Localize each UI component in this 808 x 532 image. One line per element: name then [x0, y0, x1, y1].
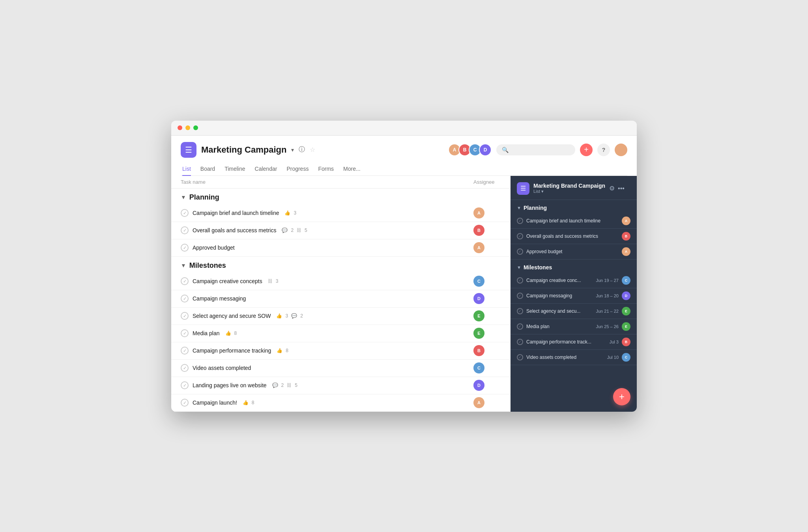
- task-avatar[interactable]: D: [473, 380, 484, 391]
- task-meta: ⛓ 3: [268, 278, 279, 284]
- maximize-button[interactable]: [193, 125, 198, 130]
- task-name: Approved budget: [193, 245, 235, 251]
- task-checkbox[interactable]: ✓: [181, 399, 189, 407]
- task-name-cell: ✓ Campaign creative concepts ⛓ 3: [181, 274, 473, 288]
- task-avatar[interactable]: C: [473, 276, 484, 287]
- panel-task-row[interactable]: ✓ Campaign messaging Jun 18 – 20 D: [511, 288, 637, 304]
- side-panel-filter-button[interactable]: ⚙: [609, 185, 615, 192]
- tab-board[interactable]: Board: [200, 162, 215, 176]
- like-icon: 👍: [276, 313, 282, 319]
- panel-task-left: ✓ Approved budget: [517, 248, 562, 255]
- search-bar[interactable]: 🔍: [496, 144, 575, 155]
- side-panel-controls: ⚙ •••: [609, 185, 625, 192]
- panel-task-name: Campaign performance track...: [526, 339, 591, 345]
- section-name-milestones: Milestones: [189, 261, 226, 270]
- task-name: Media plan: [193, 330, 220, 336]
- info-icon[interactable]: ⓘ: [299, 146, 305, 154]
- task-checkbox[interactable]: ✓: [181, 347, 189, 355]
- task-checkbox[interactable]: ✓: [181, 381, 189, 389]
- add-button[interactable]: +: [580, 144, 593, 156]
- panel-check: ✓: [517, 308, 523, 314]
- panel-date: Jun 25 – 26: [596, 324, 619, 329]
- subtask-count: 5: [295, 383, 297, 388]
- panel-task-row[interactable]: ✓ Campaign performance track... Jul 3 B: [511, 334, 637, 350]
- panel-task-name: Campaign messaging: [526, 293, 572, 299]
- task-name-cell: ✓ Approved budget: [181, 241, 473, 255]
- star-icon[interactable]: ☆: [310, 146, 315, 153]
- comment-count: 2: [291, 228, 294, 233]
- tab-progress[interactable]: Progress: [286, 162, 309, 176]
- panel-task-row[interactable]: ✓ Media plan Jun 25 – 26 E: [511, 319, 637, 334]
- tab-calendar[interactable]: Calendar: [255, 162, 277, 176]
- task-avatar[interactable]: E: [473, 310, 484, 321]
- task-avatar[interactable]: C: [473, 362, 484, 373]
- task-meta: 👍 8: [225, 330, 237, 336]
- titlebar: [171, 121, 637, 136]
- panel-avatar: A: [622, 247, 630, 256]
- panel-section-arrow: ▼: [517, 265, 521, 270]
- panel-check: ✓: [517, 248, 523, 255]
- task-checkbox[interactable]: ✓: [181, 312, 189, 320]
- panel-task-row[interactable]: ✓ Approved budget A: [511, 244, 637, 259]
- panel-task-row[interactable]: ✓ Video assets completed Jul 10 C: [511, 350, 637, 365]
- panel-fab-button[interactable]: +: [613, 388, 630, 405]
- tab-more[interactable]: More...: [343, 162, 361, 176]
- task-checkbox[interactable]: ✓: [181, 364, 189, 372]
- task-checkbox[interactable]: ✓: [181, 295, 189, 302]
- chevron-down-icon[interactable]: ▾: [291, 147, 294, 153]
- task-avatar[interactable]: D: [473, 293, 484, 304]
- search-input[interactable]: [512, 147, 567, 153]
- task-avatar[interactable]: B: [473, 225, 484, 236]
- task-avatar[interactable]: A: [473, 207, 484, 218]
- like-icon: 👍: [243, 400, 249, 405]
- panel-task-left: ✓ Video assets completed: [517, 354, 576, 360]
- side-panel: ☰ Marketing Brand Campaign List ▾ ⚙ ••• …: [511, 176, 637, 412]
- user-avatar[interactable]: [615, 144, 627, 156]
- panel-task-row[interactable]: ✓ Select agency and secu... Jun 21 – 22 …: [511, 304, 637, 319]
- panel-avatar: D: [622, 291, 630, 300]
- panel-task-left: ✓ Select agency and secu...: [517, 308, 580, 314]
- task-checkbox[interactable]: ✓: [181, 244, 189, 252]
- task-name-cell: ✓ Campaign messaging: [181, 291, 473, 306]
- app-header: ☰ Marketing Campaign ▾ ⓘ ☆ A B C D 🔍 +: [171, 136, 637, 176]
- task-checkbox[interactable]: ✓: [181, 226, 189, 234]
- section-arrow-planning[interactable]: ▼: [181, 194, 186, 200]
- help-button[interactable]: ?: [597, 144, 610, 156]
- task-meta: 👍 8: [243, 400, 254, 405]
- section-name-planning: Planning: [189, 193, 219, 202]
- tab-forms[interactable]: Forms: [318, 162, 334, 176]
- panel-task-row[interactable]: ✓ Campaign creative conc... Jun 19 – 27 …: [511, 273, 637, 288]
- minimize-button[interactable]: [185, 125, 190, 130]
- task-meta: 👍 3 💬 2: [276, 313, 303, 319]
- panel-task-row[interactable]: ✓ Campaign brief and launch timeline A: [511, 213, 637, 229]
- panel-task-right: B: [622, 232, 630, 241]
- side-panel-more-button[interactable]: •••: [618, 185, 625, 192]
- task-avatar[interactable]: E: [473, 328, 484, 339]
- panel-task-left: ✓ Campaign messaging: [517, 293, 572, 299]
- search-icon: 🔍: [502, 147, 509, 153]
- section-arrow-milestones[interactable]: ▼: [181, 262, 186, 269]
- panel-task-left: ✓ Media plan: [517, 323, 550, 330]
- panel-task-left: ✓ Campaign performance track...: [517, 339, 591, 345]
- task-name-cell: ✓ Campaign performance tracking 👍 8: [181, 343, 473, 358]
- task-avatar[interactable]: A: [473, 397, 484, 408]
- tab-list[interactable]: List: [182, 162, 191, 176]
- panel-task-name: Approved budget: [526, 249, 562, 254]
- panel-task-left: ✓ Overall goals and success metrics: [517, 233, 598, 239]
- task-meta: 👍 3: [284, 210, 296, 216]
- task-checkbox[interactable]: ✓: [181, 277, 189, 285]
- comment-icon: 💬: [291, 313, 297, 319]
- task-checkbox[interactable]: ✓: [181, 329, 189, 337]
- tab-timeline[interactable]: Timeline: [224, 162, 245, 176]
- panel-avatar: E: [622, 307, 630, 315]
- avatar[interactable]: D: [479, 144, 492, 156]
- task-meta: 💬 2 ⛓ 5: [272, 383, 297, 388]
- task-avatar[interactable]: B: [473, 345, 484, 356]
- task-avatar[interactable]: A: [473, 242, 484, 253]
- task-checkbox[interactable]: ✓: [181, 209, 189, 217]
- panel-avatar: B: [622, 232, 630, 241]
- panel-task-right: Jun 21 – 22 E: [596, 307, 631, 315]
- panel-task-row[interactable]: ✓ Overall goals and success metrics B: [511, 229, 637, 244]
- close-button[interactable]: [178, 125, 182, 130]
- panel-section-milestones: ▼ Milestones: [511, 259, 637, 273]
